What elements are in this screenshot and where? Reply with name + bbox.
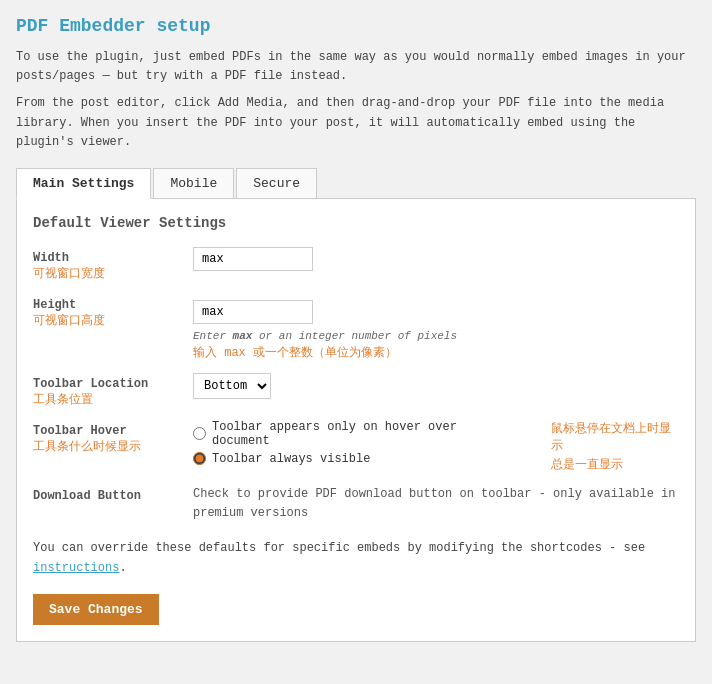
toolbar-hover-label-col: Toolbar Hover 工具条什么时候显示 (33, 420, 193, 455)
width-label-en: Width (33, 251, 193, 265)
download-button-label-col: Download Button (33, 485, 193, 503)
toolbar-hover-label-always: Toolbar always visible (212, 452, 370, 466)
intro-text-1: To use the plugin, just embed PDFs in th… (16, 48, 696, 86)
width-label-col: Width 可视窗口宽度 (33, 247, 193, 282)
tab-secure[interactable]: Secure (236, 168, 317, 198)
hint-text-zh: 输入 max 或一个整数（单位为像素） (193, 344, 679, 361)
hint-text-en: Enter max or an integer number of pixels (193, 330, 679, 342)
toolbar-hover-label-en: Toolbar Hover (33, 424, 193, 438)
footer-text-after: . (119, 561, 126, 575)
section-title: Default Viewer Settings (33, 215, 679, 231)
intro-text-2: From the post editor, click Add Media, a… (16, 94, 696, 152)
toolbar-hover-option-always: Toolbar always visible (193, 452, 511, 466)
toolbar-hover-option-hover: Toolbar appears only on hover over docum… (193, 420, 511, 448)
tab-mobile[interactable]: Mobile (153, 168, 234, 198)
page-title: PDF Embedder setup (16, 16, 696, 36)
height-input[interactable] (193, 300, 313, 324)
toolbar-location-input-col: Bottom Top None (193, 373, 679, 399)
footer-note: You can override these defaults for spec… (33, 539, 679, 577)
height-row: Height 可视窗口高度 Enter max or an integer nu… (33, 294, 679, 361)
height-label-zh: 可视窗口高度 (33, 312, 193, 329)
toolbar-location-row: Toolbar Location 工具条位置 Bottom Top None (33, 373, 679, 408)
toolbar-location-label-zh: 工具条位置 (33, 391, 193, 408)
toolbar-hover-radio-hover[interactable] (193, 427, 206, 440)
toolbar-location-label-en: Toolbar Location (33, 377, 193, 391)
height-input-wrapper (193, 300, 679, 324)
width-input[interactable] (193, 247, 313, 271)
download-button-text: Check to provide PDF download button on … (193, 487, 675, 520)
height-input-col: Enter max or an integer number of pixels… (193, 294, 679, 361)
toolbar-hover-label-zh: 工具条什么时候显示 (33, 438, 193, 455)
toolbar-hover-row: Toolbar Hover 工具条什么时候显示 Toolbar appears … (33, 420, 679, 473)
width-row: Width 可视窗口宽度 (33, 247, 679, 282)
hover-note-2: 总是一直显示 (551, 456, 679, 473)
hint-max-word: max (233, 330, 253, 342)
download-button-label-en: Download Button (33, 489, 193, 503)
settings-panel: Default Viewer Settings Width 可视窗口宽度 Hei… (16, 199, 696, 642)
instructions-link[interactable]: instructions (33, 561, 119, 575)
save-button[interactable]: Save Changes (33, 594, 159, 625)
download-button-row: Download Button Check to provide PDF dow… (33, 485, 679, 523)
hover-notes: 鼠标悬停在文档上时显示 总是一直显示 (551, 420, 679, 473)
width-label-zh: 可视窗口宽度 (33, 265, 193, 282)
height-label-col: Height 可视窗口高度 (33, 294, 193, 329)
toolbar-location-select[interactable]: Bottom Top None (193, 373, 271, 399)
hover-note-1: 鼠标悬停在文档上时显示 (551, 420, 679, 454)
download-button-input-col: Check to provide PDF download button on … (193, 485, 679, 523)
toolbar-hover-label-hover: Toolbar appears only on hover over docum… (212, 420, 511, 448)
footer-text-before: You can override these defaults for spec… (33, 541, 645, 555)
toolbar-hover-radio-group: Toolbar appears only on hover over docum… (193, 420, 511, 466)
height-label-en: Height (33, 298, 193, 312)
tabs-bar: Main Settings Mobile Secure (16, 168, 696, 199)
toolbar-hover-radio-always[interactable] (193, 452, 206, 465)
tab-main-settings[interactable]: Main Settings (16, 168, 151, 199)
width-input-col (193, 247, 679, 271)
toolbar-hover-input-col: Toolbar appears only on hover over docum… (193, 420, 679, 473)
toolbar-location-label-col: Toolbar Location 工具条位置 (33, 373, 193, 408)
